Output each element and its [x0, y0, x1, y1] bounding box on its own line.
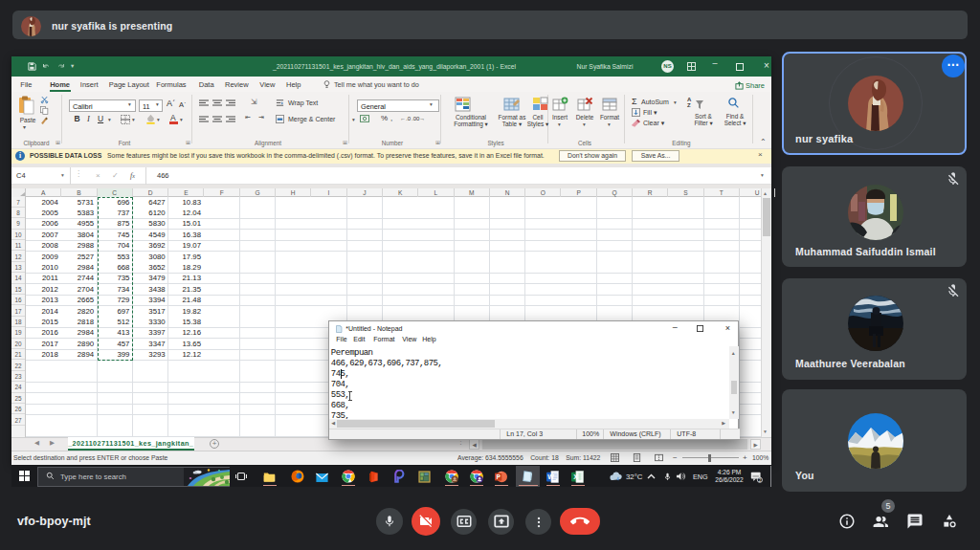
svg-text:2: 2 — [759, 478, 762, 483]
svg-text:W: W — [547, 473, 554, 480]
svg-text:P: P — [497, 473, 501, 480]
svg-text:X: X — [573, 473, 578, 480]
